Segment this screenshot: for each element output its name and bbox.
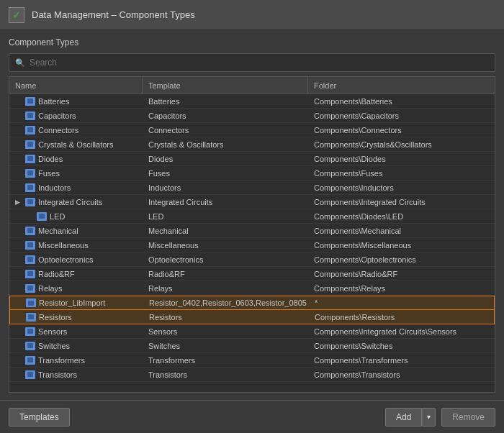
folder-icon	[25, 140, 35, 149]
cell-folder: Components\Capacitors	[308, 110, 495, 122]
cell-template: Radio&RF	[143, 268, 308, 280]
row-name-text: Radio&RF	[38, 270, 75, 278]
folder-icon	[25, 183, 35, 192]
row-name-text: Batteries	[38, 97, 69, 106]
table-row[interactable]: TransformersTransformersComponents\Trans…	[9, 353, 495, 368]
cell-template: Capacitors	[143, 110, 308, 122]
table-row[interactable]: CapacitorsCapacitorsComponents\Capacitor…	[9, 109, 495, 123]
search-input[interactable]	[30, 58, 489, 68]
row-name-text: Transistors	[38, 370, 77, 379]
cell-folder: Components\Optoelectronics	[308, 254, 495, 265]
cell-folder: Components\Miscellaneous	[308, 240, 495, 251]
cell-folder: Components\Integrated Circuits	[308, 196, 495, 208]
row-name-text: Miscellaneous	[38, 241, 89, 250]
cell-template: Sensors	[143, 326, 308, 337]
table-row[interactable]: ▶Integrated CircuitsIntegrated CircuitsC…	[9, 195, 495, 209]
cell-name: Resistors	[10, 311, 143, 323]
folder-icon	[25, 284, 35, 293]
cell-name: Optoelectronics	[9, 254, 143, 265]
cell-template: LED	[143, 211, 308, 222]
cell-template: Resistor_0402,Resistor_0603,Resistor_080…	[143, 297, 309, 309]
cell-folder: Components\Transformers	[308, 355, 495, 366]
table-row[interactable]: MechanicalMechanicalComponents\Mechanica…	[9, 224, 495, 238]
table-row[interactable]: TransistorsTransistorsComponents\Transis…	[9, 368, 495, 382]
table-row[interactable]: SensorsSensorsComponents\Integrated Circ…	[9, 324, 495, 339]
cell-template: Fuses	[143, 168, 308, 179]
table-row[interactable]: Radio&RFRadio&RFComponents\Radio&RF	[9, 267, 495, 281]
table-row[interactable]: MiscellaneousMiscellaneousComponents\Mis…	[9, 238, 495, 252]
col-header-template: Template	[143, 77, 308, 94]
table-row[interactable]: ResistorsResistorsComponents\Resistors	[9, 310, 495, 324]
content-area: Component Types 🔍 Name Template Folder B…	[0, 30, 504, 400]
row-name-text: Mechanical	[38, 227, 78, 235]
row-name-text: Connectors	[38, 126, 78, 135]
search-icon: 🔍	[15, 58, 25, 68]
cell-folder: Components\Radio&RF	[308, 268, 495, 280]
table-row[interactable]: RelaysRelaysComponents\Relays	[9, 281, 495, 296]
cell-folder: Components\Inductors	[308, 182, 495, 193]
table-row[interactable]: OptoelectronicsOptoelectronicsComponents…	[9, 252, 495, 267]
cell-name: Resistor_LibImport	[10, 297, 143, 309]
add-button[interactable]: Add	[385, 408, 422, 427]
table-row[interactable]: BatteriesBatteriesComponents\Batteries	[9, 94, 495, 109]
cell-template: Mechanical	[143, 225, 308, 237]
cell-template: Transformers	[143, 355, 308, 366]
cell-template: Optoelectronics	[143, 254, 308, 265]
table-row[interactable]: FusesFusesComponents\Fuses	[9, 166, 495, 181]
remove-button[interactable]: Remove	[441, 408, 495, 427]
folder-icon	[25, 342, 35, 350]
row-name-text: Capacitors	[38, 111, 76, 120]
cell-name: Crystals & Oscillators	[9, 139, 143, 150]
col-header-folder: Folder	[308, 77, 495, 94]
table-row[interactable]: Resistor_LibImportResistor_0402,Resistor…	[9, 296, 495, 310]
table-body[interactable]: BatteriesBatteriesComponents\BatteriesCa…	[9, 94, 495, 392]
table-row[interactable]: DiodesDiodesComponents\Diodes	[9, 152, 495, 166]
cell-folder: Components\Mechanical	[308, 225, 495, 237]
row-name-text: Relays	[38, 284, 63, 293]
folder-icon	[25, 356, 35, 365]
folder-icon	[26, 313, 36, 322]
row-name-text: Resistors	[39, 313, 72, 322]
folder-icon	[37, 212, 47, 221]
row-name-text: Diodes	[38, 155, 63, 163]
cell-template: Crystals & Oscillators	[143, 139, 308, 150]
table-row[interactable]: LEDLEDComponents\Diodes\LED	[9, 209, 495, 224]
add-remove-group: Add ▾ Remove	[385, 408, 495, 427]
main-window: ✓ Data Management – Component Types Comp…	[0, 0, 504, 433]
cell-template: Resistors	[143, 311, 309, 323]
col-header-name: Name	[9, 77, 143, 94]
cell-folder: Components\Batteries	[308, 96, 495, 107]
templates-button[interactable]: Templates	[9, 408, 70, 427]
cell-template: Inductors	[143, 182, 308, 193]
component-table: Name Template Folder BatteriesBatteriesC…	[9, 76, 495, 393]
table-row[interactable]: SwitchesSwitchesComponents\Switches	[9, 339, 495, 353]
row-name-text: LED	[50, 212, 65, 221]
cell-template: Connectors	[143, 124, 308, 136]
folder-icon	[25, 97, 35, 106]
cell-name: Capacitors	[9, 110, 143, 122]
section-title: Component Types	[9, 37, 495, 47]
table-row[interactable]: ConnectorsConnectorsComponents\Connector…	[9, 123, 495, 137]
folder-icon	[25, 227, 35, 235]
table-row[interactable]: Crystals & OscillatorsCrystals & Oscilla…	[9, 137, 495, 152]
table-row[interactable]: InductorsInductorsComponents\Inductors	[9, 181, 495, 195]
window-title: Data Management – Component Types	[32, 9, 195, 20]
cell-name: Diodes	[9, 153, 143, 165]
add-dropdown-button[interactable]: ▾	[422, 408, 436, 427]
cell-name: Relays	[9, 283, 143, 294]
folder-icon	[26, 298, 36, 307]
cell-folder: *	[309, 297, 494, 309]
cell-folder: Components\Crystals&Oscillators	[308, 139, 495, 150]
cell-template: Integrated Circuits	[143, 196, 308, 208]
folder-icon	[25, 370, 35, 379]
cell-name: Miscellaneous	[9, 240, 143, 251]
cell-template: Relays	[143, 283, 308, 294]
cell-template: Diodes	[143, 153, 308, 165]
row-name-text: Transformers	[38, 356, 85, 365]
cell-name: Inductors	[9, 182, 143, 193]
title-bar: ✓ Data Management – Component Types	[0, 0, 504, 30]
cell-name: Radio&RF	[9, 268, 143, 280]
folder-icon	[25, 126, 35, 135]
folder-icon	[25, 327, 35, 336]
cell-template: Transistors	[143, 369, 308, 380]
